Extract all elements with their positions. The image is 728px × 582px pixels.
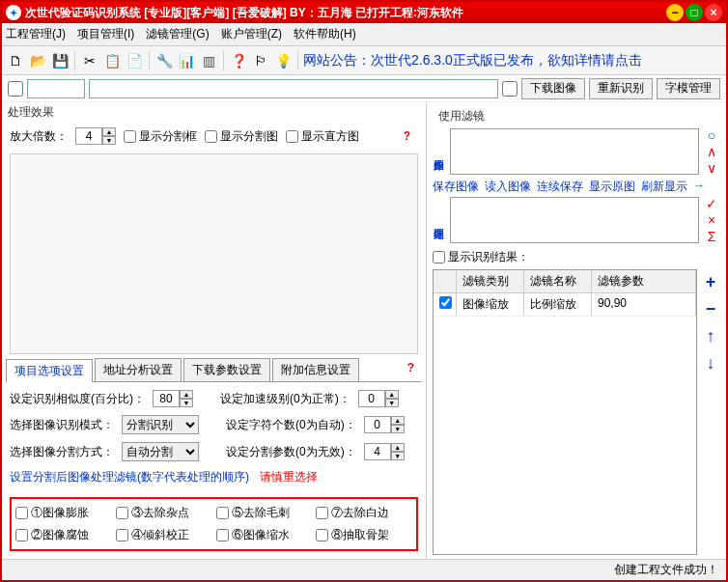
cb-show-result[interactable]: 显示识别结果：	[433, 245, 720, 269]
titlebar: ✦ 次世代验证码识别系统 [专业版][客户端] [吾爱破解] BY：五月海 已打…	[2, 2, 726, 23]
image-links: 保存图像 读入图像 连续保存 显示原图 刷新显示 →	[433, 177, 720, 197]
link-showorig[interactable]: 显示原图	[589, 179, 635, 195]
close-button[interactable]: ×	[705, 4, 722, 21]
zoom-input[interactable]	[75, 127, 102, 145]
title-text: 次世代验证码识别系统 [专业版][客户端] [吾爱破解] BY：五月海 已打开工…	[25, 5, 666, 21]
url-checkbox-2[interactable]	[502, 81, 518, 97]
row-checkbox[interactable]	[439, 296, 452, 309]
tab-project-options[interactable]: 项目选项设置	[6, 359, 93, 382]
url-checkbox[interactable]	[8, 81, 23, 97]
spin-down-icon[interactable]: ▼	[102, 136, 116, 145]
menubar: 工程管理(J) 项目管理(I) 滤镜管理(G) 账户管理(Z) 软件帮助(H)	[2, 23, 726, 46]
th-params: 滤镜参数	[592, 270, 696, 292]
mode-label: 选择图像识别模式：	[10, 417, 114, 433]
moveup-icon[interactable]: ↑	[707, 327, 715, 345]
cb-dilate[interactable]: ①图像膨胀	[15, 505, 112, 521]
movedown-icon[interactable]: ↓	[707, 354, 715, 372]
accel-label: 设定加速级别(0为正常)：	[220, 391, 350, 407]
url-input-1[interactable]	[27, 79, 85, 98]
menu-item[interactable]: 项目管理(I)	[77, 26, 134, 42]
effect-label: 处理效果	[2, 102, 426, 123]
toolbar: 🗋 📂 💾 ✂ 📋 📄 🔧 📊 ▥ ❓ 🏳 💡 网站公告：次世代2.6.3.0正…	[2, 46, 726, 75]
link-refresh[interactable]: 刷新显示	[641, 179, 687, 195]
filter-box: ①图像膨胀 ③去除杂点 ⑤去除毛刺 ⑦去除白边 ②图像腐蚀 ④倾斜校正 ⑥图像缩…	[10, 497, 418, 551]
tabs-help-icon[interactable]: ?	[400, 358, 422, 381]
cb-histogram[interactable]: 显示直方图	[286, 128, 359, 145]
cb-splitbox[interactable]: 显示分割框	[124, 128, 197, 145]
cell-param: 90,90	[592, 293, 696, 316]
add-icon[interactable]: +	[706, 273, 716, 291]
paste-icon[interactable]: 📄	[125, 51, 144, 70]
url-row: 下载图像 重新识别 字模管理	[2, 75, 726, 102]
url-input-2[interactable]	[89, 79, 498, 98]
cb-skeleton[interactable]: ⑧抽取骨架	[316, 527, 412, 543]
cb-splitimg[interactable]: 显示分割图	[205, 128, 278, 145]
use-filter-label: 使用滤镜	[433, 106, 720, 126]
download-image-button[interactable]: 下载图像	[521, 78, 585, 99]
cb-deburr[interactable]: ⑤去除毛刺	[216, 505, 313, 521]
mode-select[interactable]: 分割识别	[122, 415, 199, 434]
link-save[interactable]: 保存图像	[433, 179, 479, 195]
split-label: 选择图像分割方式：	[10, 444, 114, 460]
cb-deskew[interactable]: ④倾斜校正	[116, 527, 212, 543]
op-check-icon[interactable]: ✓	[706, 197, 717, 210]
tool-icon[interactable]: 🔧	[154, 51, 174, 70]
orig-img-label: 原始图像	[433, 128, 446, 175]
table-row[interactable]: 图像缩放 比例缩放 90,90	[434, 293, 696, 317]
sim-spinner[interactable]: ▲▼	[153, 390, 193, 407]
announcement[interactable]: 网站公告：次世代2.6.3.0正式版已发布，欲知详情请点击	[303, 52, 722, 69]
tab-url-analysis[interactable]: 地址分析设置	[95, 358, 182, 381]
minimize-button[interactable]: −	[666, 4, 684, 21]
splitparam-spinner[interactable]: ▲▼	[364, 443, 405, 460]
menu-account[interactable]: 账户管理(Z)	[221, 26, 282, 42]
accel-spinner[interactable]: ▲▼	[358, 390, 399, 407]
bulb-icon[interactable]: 💡	[273, 51, 293, 70]
cut-icon[interactable]: ✂	[80, 51, 99, 70]
cell-name: 比例缩放	[524, 293, 592, 316]
effect-help-icon[interactable]: ?	[396, 126, 418, 146]
help-icon[interactable]: ❓	[229, 51, 248, 70]
tab-extra-info[interactable]: 附加信息设置	[272, 358, 359, 381]
chart-icon[interactable]: 📊	[177, 51, 196, 70]
cb-erode[interactable]: ②图像腐蚀	[15, 527, 112, 543]
menu-help[interactable]: 软件帮助(H)	[294, 26, 356, 42]
th-name: 滤镜名称	[524, 270, 592, 292]
menu-filter[interactable]: 滤镜管理(G)	[146, 26, 209, 42]
tab-body: 设定识别相似度(百分比)： ▲▼ 设定加速级别(0为正常)： ▲▼ 选择图像识别…	[2, 382, 426, 559]
copy-icon[interactable]: 📋	[102, 51, 122, 70]
op-x-icon[interactable]: ×	[708, 213, 715, 227]
maximize-button[interactable]: □	[686, 4, 703, 21]
cb-denoise[interactable]: ③去除杂点	[116, 505, 212, 521]
arrow-right-icon[interactable]: →	[693, 179, 705, 195]
op-sigma-icon[interactable]: Σ	[708, 230, 716, 243]
open-icon[interactable]: 📂	[28, 51, 47, 70]
op-circle-icon[interactable]: ○	[708, 128, 715, 142]
op-up-icon[interactable]: ∧	[707, 145, 716, 158]
new-icon[interactable]: 🗋	[6, 51, 25, 70]
chars-spinner[interactable]: ▲▼	[364, 416, 405, 433]
rerecognize-button[interactable]: 重新识别	[589, 78, 653, 99]
filter-table: 滤镜类别 滤镜名称 滤镜参数 图像缩放 比例缩放 90,90	[433, 269, 697, 555]
filter-warn: 请慎重选择	[260, 470, 318, 484]
cb-trimwhite[interactable]: ⑦去除白边	[316, 505, 412, 521]
link-load[interactable]: 读入图像	[485, 179, 531, 195]
font-manager-button[interactable]: 字模管理	[657, 78, 720, 99]
menu-project[interactable]: 工程管理(J)	[6, 26, 66, 42]
flag-icon[interactable]: 🏳	[251, 51, 270, 70]
settings-tabs: 项目选项设置 地址分析设置 下载参数设置 附加信息设置 ?	[6, 358, 422, 382]
spin-up-icon[interactable]: ▲	[102, 127, 116, 136]
split-select[interactable]: 自动分割	[122, 442, 199, 461]
save-icon[interactable]: 💾	[50, 51, 70, 70]
sim-label: 设定识别相似度(百分比)：	[10, 391, 145, 407]
link-contsave[interactable]: 连续保存	[537, 179, 583, 195]
zoom-spinner[interactable]: ▲▼	[75, 127, 116, 145]
op-down-icon[interactable]: ∨	[707, 161, 716, 175]
remove-icon[interactable]: −	[706, 300, 716, 318]
cell-cat: 图像缩放	[457, 293, 524, 316]
bars-icon[interactable]: ▥	[199, 51, 218, 70]
proc-img-label: 处理图像	[433, 197, 446, 243]
status-text: 创建工程文件成功！	[614, 562, 718, 578]
proc-img-box	[450, 197, 699, 243]
cb-shrink[interactable]: ⑥图像缩水	[216, 527, 313, 543]
tab-download-params[interactable]: 下载参数设置	[183, 358, 270, 381]
